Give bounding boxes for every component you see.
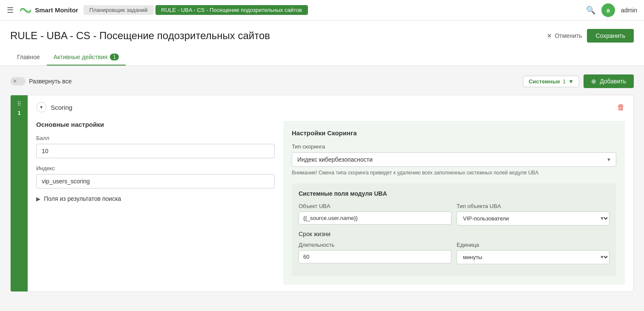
collapse-button[interactable]: ▾: [36, 102, 46, 112]
save-button[interactable]: Сохранить: [587, 29, 634, 43]
breadcrumbs: Планировщик заданий RULE - UBA - CS - По…: [83, 5, 581, 15]
duration-input[interactable]: [299, 250, 451, 263]
card-columns: Основные настройки Балл Индекс ▶ Поля из…: [36, 121, 625, 285]
tab-active-actions[interactable]: Активные действия 1: [47, 49, 126, 66]
left-column: Основные настройки Балл Индекс ▶ Поля из…: [36, 121, 275, 285]
index-field-group: Индекс: [36, 165, 275, 188]
unit-select[interactable]: минуты: [457, 250, 610, 264]
uba-object-type-select-wrapper: VIP-пользователи: [457, 211, 610, 225]
menu-icon[interactable]: ☰: [7, 6, 14, 15]
uba-object-input[interactable]: [299, 211, 451, 225]
uba-object-type-select[interactable]: VIP-пользователи: [457, 211, 610, 225]
duration-label: Длительность: [299, 242, 451, 248]
header-actions: ✕ Отменить Сохранить: [547, 29, 634, 43]
search-fields-label: Поля из результатов поиска: [44, 195, 121, 202]
tab-main-label: Главное: [17, 54, 40, 60]
card-header: ▾ Scoring 🗑: [36, 102, 625, 112]
cancel-button[interactable]: ✕ Отменить: [547, 32, 582, 39]
index-label: Индекс: [36, 165, 275, 171]
page-title-row: RULE - UBA - CS - Посещение подозрительн…: [10, 29, 634, 43]
scoring-card: ⠿ 1 ▾ Scoring 🗑 Основные настройки Балл: [10, 95, 634, 292]
add-icon: ⊕: [591, 78, 596, 85]
scoring-type-select[interactable]: Индекс кибербезопасности: [292, 152, 616, 167]
score-label: Балл: [36, 135, 275, 141]
expand-all-label: Развернуть все: [29, 78, 72, 85]
uba-fields-box: Системные поля модуля UBA Объект UBA Тип…: [292, 183, 616, 276]
score-input[interactable]: [36, 144, 275, 158]
logo-text: Smart Monitor: [35, 6, 78, 14]
scoring-type-select-wrapper: Индекс кибербезопасности: [292, 152, 616, 167]
search-fields-toggle[interactable]: ▶ Поля из результатов поиска: [36, 195, 275, 202]
page-title: RULE - UBA - CS - Посещение подозрительн…: [10, 30, 270, 42]
tabs: Главное Активные действия 1: [10, 49, 634, 66]
add-label: Добавить: [600, 78, 626, 85]
chevron-down-icon: ▼: [568, 78, 574, 85]
add-button[interactable]: ⊕ Добавить: [584, 74, 634, 88]
uba-object-type-group: Тип объекта UBA VIP-пользователи: [457, 203, 610, 225]
toolbar-right: Системные 1 ▼ ⊕ Добавить: [523, 74, 634, 88]
chevron-right-icon: ▶: [36, 196, 40, 202]
logo: Smart Monitor: [19, 6, 78, 14]
main-content: ✕ Развернуть все Системные 1 ▼ ⊕ Добавит…: [0, 66, 644, 300]
duration-group: Длительность: [299, 242, 451, 264]
card-left-bar: ⠿ 1: [11, 95, 28, 291]
tab-main[interactable]: Главное: [10, 49, 47, 66]
toggle-x-icon: ✕: [13, 78, 17, 84]
basic-settings-title: Основные настройки: [36, 121, 275, 128]
scoring-type-label: Тип скоринга: [292, 143, 616, 150]
index-input[interactable]: [36, 174, 275, 188]
lifetime-grid: Длительность Единица минуты: [299, 242, 610, 264]
lifetime-title: Срок жизни: [299, 231, 610, 237]
uba-object-type-label: Тип объекта UBA: [457, 203, 610, 209]
system-label: Системные: [529, 78, 560, 85]
uba-grid: Объект UBA Тип объекта UBA VIP-пользоват…: [299, 203, 610, 225]
logo-icon: [19, 6, 32, 14]
cancel-x-icon: ✕: [547, 32, 552, 39]
delete-button[interactable]: 🗑: [617, 103, 625, 112]
right-column: Настройки Скоринга Тип скоринга Индекс к…: [283, 121, 625, 285]
avatar: a: [601, 3, 615, 17]
breadcrumb-scheduler[interactable]: Планировщик заданий: [83, 5, 154, 15]
cancel-label: Отменить: [555, 32, 582, 39]
unit-group: Единица минуты: [457, 242, 610, 264]
topbar-right: 🔍 a admin: [586, 3, 637, 17]
uba-object-label: Объект UBA: [299, 203, 451, 209]
tab-active-actions-label: Активные действия: [54, 54, 108, 60]
topbar: ☰ Smart Monitor Планировщик заданий RULE…: [0, 0, 644, 20]
card-body: ▾ Scoring 🗑 Основные настройки Балл Инде…: [28, 95, 633, 291]
page-header: RULE - UBA - CS - Посещение подозрительн…: [0, 20, 644, 66]
card-number: 1: [17, 110, 20, 116]
right-section-title: Настройки Скоринга: [292, 129, 616, 137]
toolbar-row: ✕ Развернуть все Системные 1 ▼ ⊕ Добавит…: [10, 74, 634, 88]
unit-select-wrapper: минуты: [457, 250, 610, 264]
card-title: Scoring: [51, 104, 72, 111]
expand-all-toggle[interactable]: ✕ Развернуть все: [10, 77, 72, 86]
tab-active-actions-badge: 1: [110, 54, 119, 60]
system-badge[interactable]: Системные 1 ▼: [523, 76, 579, 87]
toggle-switch[interactable]: ✕: [10, 77, 26, 86]
score-field-group: Балл: [36, 135, 275, 158]
uba-object-group: Объект UBA: [299, 203, 451, 225]
admin-label: admin: [621, 7, 637, 14]
warning-text: Внимание! Смена типа скоринга приведет к…: [292, 169, 616, 177]
breadcrumb-current[interactable]: RULE - UBA - CS - Посещение подозрительн…: [155, 5, 308, 15]
scoring-type-field-group: Тип скоринга Индекс кибербезопасности Вн…: [292, 143, 616, 177]
lifetime-section: Срок жизни Длительность Единица: [299, 231, 610, 264]
uba-fields-title: Системные поля модуля UBA: [299, 190, 610, 197]
unit-label: Единица: [457, 242, 610, 248]
search-button[interactable]: 🔍: [586, 6, 595, 15]
system-count: 1: [563, 78, 566, 85]
drag-icon[interactable]: ⠿: [17, 100, 21, 107]
